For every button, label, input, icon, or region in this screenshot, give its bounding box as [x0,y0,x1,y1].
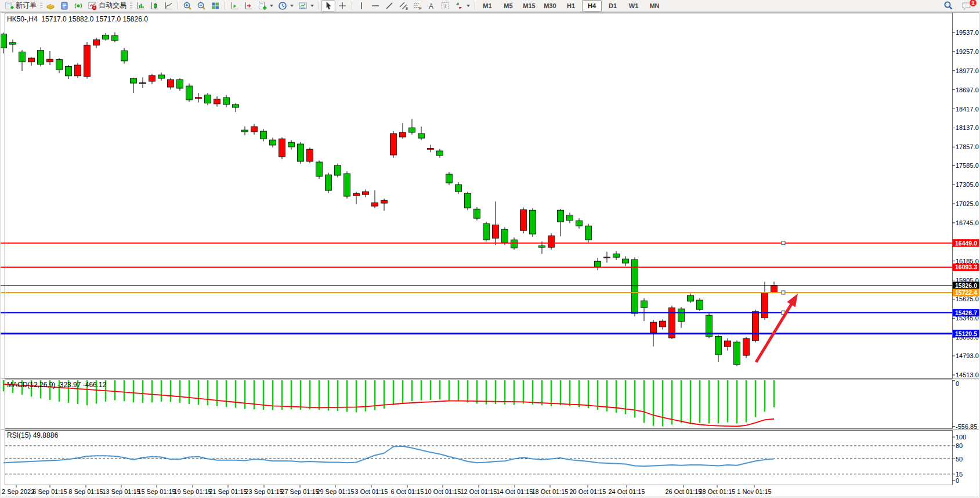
timeframe-mn-button[interactable]: MN [645,0,664,12]
chart-canvas[interactable]: 19537.019257.018977.018697.018417.018137… [0,0,980,498]
dropdown-caret-icon [310,5,314,7]
price-badge-15120.5: 15120.5 [953,330,979,337]
tile-windows-icon [211,1,220,10]
cursor-button[interactable] [321,0,335,12]
autotrading-button[interactable]: 自动交易 [85,0,129,12]
svg-text:15120.5: 15120.5 [955,330,977,337]
toolbar-grip [40,2,42,10]
metaeditor-button[interactable] [44,0,57,12]
market-watch-button[interactable] [57,0,71,12]
svg-text:18137.0: 18137.0 [956,124,979,131]
broadcast-button[interactable] [71,0,85,12]
svg-text:18417.0: 18417.0 [956,106,979,113]
horizontal-line-icon [371,1,380,10]
svg-text:19537.0: 19537.0 [956,29,979,36]
text-button[interactable]: A [424,0,438,12]
svg-text:15625.0: 15625.0 [956,295,979,302]
line-chart-button[interactable] [161,0,175,12]
svg-text:15826.0: 15826.0 [955,282,977,289]
svg-text:10 Oct 01:15: 10 Oct 01:15 [425,488,461,495]
macd-values: -323.97 -466.12 [57,381,107,389]
dropdown-caret-icon [467,5,470,7]
svg-text:17585.0: 17585.0 [956,162,979,169]
svg-text:80: 80 [956,442,963,449]
toolbar-separator [475,2,475,10]
svg-text:2 Sep 2022: 2 Sep 2022 [2,488,34,495]
gold-bar-icon [46,1,55,10]
candlestick-chart-button[interactable] [147,0,161,12]
text-a-icon: A [426,1,436,10]
timeframe-m15-button[interactable]: M15 [519,0,539,12]
new-order-icon [5,1,14,10]
toolbar-grip [130,2,132,10]
svg-text:16449.0: 16449.0 [955,240,977,247]
svg-text:T: T [443,3,447,9]
period-clock-button[interactable] [276,0,296,12]
timeframe-h4-button[interactable]: H4 [582,0,602,12]
timeframe-m30-button[interactable]: M30 [540,0,560,12]
svg-text:19257.0: 19257.0 [956,48,979,55]
horizontal-line-button[interactable] [368,0,382,12]
timeframe-w1-button[interactable]: W1 [624,0,643,12]
zoom-out-icon [197,1,206,10]
svg-text:29 Sep 01:15: 29 Sep 01:15 [316,488,354,495]
macd-indicator-label: MACD(12,26,9) -323.97 -466.12 [7,381,106,389]
arrows-button[interactable] [452,0,472,12]
new-order-button[interactable]: 新订单 [2,0,39,12]
timeframe-d1-button[interactable]: D1 [603,0,623,12]
templates-button[interactable] [255,0,276,12]
crosshair-icon [338,1,347,10]
price-badge-15426.7: 15426.7 [953,309,979,316]
zoom-out-button[interactable] [194,0,208,12]
rsi-value: 49.8886 [33,431,58,439]
timeframe-m1-button[interactable]: M1 [478,0,497,12]
templates-icon [258,1,267,10]
svg-text:A: A [429,2,433,10]
trendline-button[interactable] [382,0,396,12]
bar-chart-button[interactable] [133,0,147,12]
svg-text:20 Oct 01:15: 20 Oct 01:15 [570,488,606,495]
timeframe-h1-button[interactable]: H1 [561,0,581,12]
dropdown-caret-icon [270,5,273,7]
svg-text:6 Oct 01:15: 6 Oct 01:15 [391,488,424,495]
svg-text:28 Oct 01:15: 28 Oct 01:15 [699,488,736,495]
indicators-button[interactable] [227,0,241,12]
svg-text:100: 100 [956,434,966,441]
svg-text:3 Oct 01:15: 3 Oct 01:15 [355,488,388,495]
periods-icon [244,1,253,10]
svg-text:0: 0 [956,477,959,484]
timeframe-group: M1M5M15M30H1H4D1W1MN [478,0,664,12]
svg-text:18697.0: 18697.0 [956,86,979,93]
svg-text:50: 50 [956,456,963,463]
crosshair-button[interactable] [335,0,349,12]
svg-text:16093.3: 16093.3 [955,264,977,270]
svg-text:1 Nov 01:15: 1 Nov 01:15 [737,488,771,495]
timeframe-m5-button[interactable]: M5 [498,0,518,12]
svg-text:15426.7: 15426.7 [955,309,977,316]
svg-text:-556.85: -556.85 [956,423,977,430]
price-badge-15722.4: 15722.4 [953,288,979,296]
equidistant-channel-button[interactable]: E [396,0,410,12]
text-label-icon: T [440,1,450,10]
clock-icon [278,1,287,10]
search-button[interactable] [941,0,956,12]
periods-button[interactable] [241,0,255,12]
svg-text:18 Oct 01:15: 18 Oct 01:15 [532,488,569,495]
svg-text:E: E [406,6,408,10]
chart-profile-button[interactable] [296,0,316,12]
svg-text:19 Sep 01:15: 19 Sep 01:15 [173,488,211,495]
tile-windows-button[interactable] [208,0,222,12]
macd-title: MACD(12,26,9) [7,381,55,389]
svg-text:27 Sep 01:15: 27 Sep 01:15 [281,488,319,495]
fibonacci-button[interactable]: F [410,0,424,12]
svg-text:14793.0: 14793.0 [956,352,979,359]
chat-button[interactable]: 1 [959,0,974,12]
svg-text:18977.0: 18977.0 [956,67,979,74]
svg-text:13 Sep 01:15: 13 Sep 01:15 [102,488,140,495]
chart-info-line: HK50-,H4 15717.0 15882.0 15717.0 15826.0 [7,15,148,23]
text-label-button[interactable]: T [438,0,452,12]
zoom-in-button[interactable] [180,0,194,12]
vertical-line-button[interactable] [355,0,368,12]
broadcast-icon [74,1,83,10]
autotrading-icon [88,1,97,10]
